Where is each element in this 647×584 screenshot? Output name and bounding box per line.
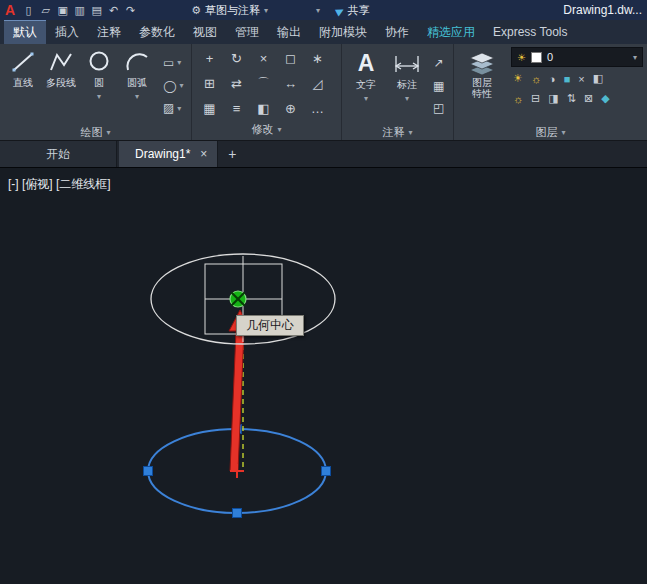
drawing-canvas[interactable]: [-] [俯视] [二维线框]	[0, 168, 647, 584]
viewport-visual-style-control[interactable]: [二维线框]	[56, 177, 111, 191]
circle-button[interactable]: 圆 ▾	[80, 47, 118, 124]
tab-drawing1[interactable]: Drawing1* ×	[119, 141, 218, 167]
layer-lock-icon[interactable]: ⊟	[531, 92, 540, 105]
open-file-icon[interactable]: ▱	[37, 4, 54, 17]
trim-icon[interactable]: ×	[260, 51, 268, 66]
polyline-icon	[48, 50, 74, 74]
tab-manage[interactable]: 管理	[226, 20, 268, 44]
save-as-icon[interactable]: ▥	[71, 4, 88, 17]
app-logo-icon[interactable]: A	[5, 0, 15, 20]
share-button[interactable]: ▶ 共享	[336, 3, 370, 18]
grip-left[interactable]	[144, 467, 153, 476]
plot-icon[interactable]: ▤	[88, 4, 105, 17]
grip-right[interactable]	[322, 467, 331, 476]
rectangle-button[interactable]: ▭ ▾	[163, 56, 183, 70]
layers-panel-label[interactable]: 图层 ▾	[454, 124, 647, 140]
quick-access-toolbar: ▯ ▱ ▣ ▥ ▤ ↶ ↷	[20, 4, 139, 17]
tab-addins[interactable]: 附加模块	[310, 20, 376, 44]
tab-home[interactable]: 默认	[4, 20, 46, 44]
redo-icon[interactable]: ↷	[122, 4, 139, 17]
text-button[interactable]: A 文字 ▾	[346, 47, 386, 124]
layer-on-icon[interactable]: ☀	[513, 72, 523, 85]
polyline-label: 多段线	[46, 76, 76, 90]
plus-icon: +	[228, 146, 236, 162]
arc-button[interactable]: 圆弧 ▾	[118, 47, 156, 124]
erase-icon[interactable]: ◻	[285, 51, 296, 66]
explode-icon[interactable]: ∗	[312, 51, 323, 66]
current-layer-name: 0	[547, 51, 553, 63]
toolbar-customize-chevron-icon[interactable]: ▾	[316, 6, 320, 15]
chevron-down-icon[interactable]: ▾	[135, 92, 139, 101]
leader-icon[interactable]: ↗	[433, 56, 444, 70]
layer-isolate-icon[interactable]: ◑	[549, 73, 556, 85]
ellipse-button[interactable]: ◯ ▾	[163, 79, 183, 93]
annotation-panel-label[interactable]: 注释 ▾	[342, 124, 453, 140]
offset-icon[interactable]: ≡	[233, 101, 241, 116]
chevron-down-icon[interactable]: ▾	[177, 104, 181, 113]
layer-match-icon[interactable]: ◧	[593, 72, 603, 85]
move-icon[interactable]: +	[206, 51, 214, 66]
chevron-down-icon: ▾	[277, 125, 281, 134]
grip-bottom[interactable]	[233, 509, 242, 518]
layer-properties-label-1: 图层	[472, 77, 492, 88]
title-bar: A ▯ ▱ ▣ ▥ ▤ ↶ ↷ ⚙ 草图与注释 ▾ ▾ ▶ 共享 Drawing…	[0, 0, 647, 20]
join-icon[interactable]: ⊕	[285, 101, 296, 116]
layer-walk-icon[interactable]: ⇅	[567, 92, 576, 105]
chevron-down-icon[interactable]: ▾	[97, 92, 101, 101]
table-icon[interactable]: ▦	[433, 79, 444, 93]
mirror-icon[interactable]: ⇄	[231, 76, 242, 91]
tab-parametric[interactable]: 参数化	[130, 20, 184, 44]
autocad-window: A ▯ ▱ ▣ ▥ ▤ ↶ ↷ ⚙ 草图与注释 ▾ ▾ ▶ 共享 Drawing…	[0, 0, 647, 584]
tab-express-tools[interactable]: Express Tools	[484, 20, 576, 44]
stretch-icon[interactable]: ↔	[284, 76, 297, 91]
tab-output[interactable]: 输出	[268, 20, 310, 44]
tab-featured-apps[interactable]: 精选应用	[418, 20, 484, 44]
copy-icon[interactable]: ⊞	[204, 76, 215, 91]
viewport-menu-control[interactable]: [-]	[8, 177, 19, 191]
chevron-down-icon[interactable]: ▾	[364, 94, 368, 103]
layer-unlock-icon[interactable]: ◨	[548, 92, 558, 105]
tab-start[interactable]: 开始	[0, 141, 117, 167]
layer-make-current-icon[interactable]: ■	[564, 73, 571, 85]
save-icon[interactable]: ▣	[54, 4, 71, 17]
chevron-down-icon[interactable]: ▾	[177, 58, 181, 67]
layer-merge-icon[interactable]: ⊠	[584, 92, 593, 105]
tab-view[interactable]: 视图	[184, 20, 226, 44]
modify-panel-label[interactable]: 修改 ▾	[192, 121, 341, 137]
gear-icon: ⚙	[191, 4, 201, 17]
polyline-button[interactable]: 多段线	[42, 47, 80, 124]
tab-collaborate[interactable]: 协作	[376, 20, 418, 44]
tab-annotate[interactable]: 注释	[88, 20, 130, 44]
geometric-center-marker	[230, 291, 246, 307]
workspace-label: 草图与注释	[205, 3, 260, 18]
chamfer-icon[interactable]: ◿	[313, 76, 323, 91]
line-button[interactable]: 直线	[4, 47, 42, 124]
layer-thaw-icon[interactable]: ☼	[513, 93, 523, 105]
viewport-view-control[interactable]: [俯视]	[22, 177, 53, 191]
new-file-icon[interactable]: ▯	[20, 4, 37, 17]
hatch-button[interactable]: ▨ ▾	[163, 101, 183, 115]
layer-freeze-icon[interactable]: ☼	[531, 73, 541, 85]
layer-off-icon[interactable]: ×	[578, 73, 584, 85]
rotate-icon[interactable]: ↻	[231, 51, 242, 66]
markup-icon[interactable]: ◰	[433, 101, 444, 115]
close-icon[interactable]: ×	[200, 147, 207, 161]
array-icon[interactable]: ▦	[203, 101, 215, 116]
draw-panel-label[interactable]: 绘图 ▾	[0, 124, 191, 140]
tab-insert[interactable]: 插入	[46, 20, 88, 44]
hatch-edit-icon[interactable]: ◧	[257, 101, 269, 116]
fillet-icon[interactable]: ⌒	[257, 75, 270, 93]
undo-icon[interactable]: ↶	[105, 4, 122, 17]
layer-dropdown[interactable]: ☀ 0 ▾	[511, 47, 643, 67]
more-tools-icon[interactable]: …	[311, 101, 324, 116]
workspace-selector[interactable]: ⚙ 草图与注释 ▾	[191, 3, 268, 18]
text-icon: A	[358, 50, 375, 76]
dimension-button[interactable]: 标注 ▾	[386, 47, 428, 124]
modify-tools-grid: + ↻ × ◻ ∗ ⊞ ⇄ ⌒ ↔ ◿ ▦ ≡ ◧ ⊕ …	[192, 44, 341, 121]
chevron-down-icon[interactable]: ▾	[179, 81, 183, 90]
new-drawing-tab-button[interactable]: +	[220, 141, 244, 167]
layer-previous-icon[interactable]: ◆	[601, 92, 609, 105]
line-icon	[10, 50, 36, 74]
chevron-down-icon[interactable]: ▾	[405, 94, 409, 103]
layer-properties-button[interactable]: 图层 特性	[459, 47, 505, 124]
